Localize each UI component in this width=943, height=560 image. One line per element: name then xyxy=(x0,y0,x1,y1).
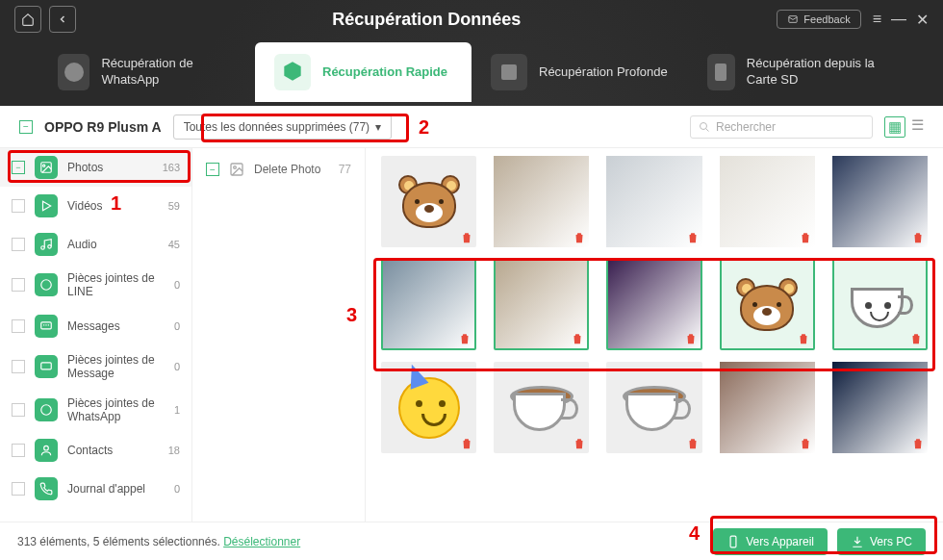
item-checkbox[interactable] xyxy=(12,482,25,496)
thumbnail[interactable] xyxy=(381,362,476,453)
trash-icon xyxy=(799,437,812,450)
svg-marker-7 xyxy=(43,201,51,210)
menu-icon[interactable]: ≡ xyxy=(873,11,881,29)
item-checkbox[interactable] xyxy=(12,319,25,333)
close-icon[interactable]: ✕ xyxy=(916,11,929,29)
call-icon xyxy=(35,477,58,500)
filter-dropdown[interactable]: Toutes les données supprimées (77)▾ xyxy=(173,115,392,140)
thumbnail[interactable] xyxy=(832,362,928,453)
play-icon xyxy=(35,194,58,217)
thumbnail[interactable] xyxy=(381,259,476,350)
feedback-button[interactable]: Feedback xyxy=(777,10,860,29)
grid-row xyxy=(381,156,928,247)
tab-whatsapp[interactable]: Récupération de WhatsApp xyxy=(38,42,255,102)
header-right: Feedback ≡ — ✕ xyxy=(777,10,929,29)
trash-icon xyxy=(799,231,812,244)
sidebar-item-line[interactable]: Pièces jointes de LINE0 xyxy=(0,264,191,307)
thumbnail[interactable] xyxy=(832,259,928,350)
item-checkbox[interactable] xyxy=(12,360,25,373)
contact-icon xyxy=(35,439,58,462)
list-view-icon[interactable]: ☰ xyxy=(911,116,924,138)
grid-view-icon[interactable]: ▦ xyxy=(884,116,905,138)
item-checkbox[interactable] xyxy=(12,278,25,292)
export-device-button[interactable]: Vers Appareil xyxy=(713,528,828,555)
minimize-icon[interactable]: — xyxy=(891,11,906,29)
sidebar-item-contact[interactable]: Contacts18 xyxy=(0,431,191,470)
header-left xyxy=(14,6,76,33)
trash-icon xyxy=(571,332,584,345)
tab-quick[interactable]: Récupération Rapide xyxy=(255,42,472,102)
header-row: Récupération Données Feedback ≡ — ✕ xyxy=(0,0,943,38)
trash-icon xyxy=(573,231,586,244)
search-icon xyxy=(699,121,710,133)
back-button[interactable] xyxy=(49,6,76,33)
quick-icon xyxy=(274,54,311,90)
thumbnail-grid xyxy=(366,148,943,522)
svg-point-14 xyxy=(44,446,49,451)
thumbnail[interactable] xyxy=(606,156,701,247)
svg-point-16 xyxy=(234,166,237,169)
trash-icon xyxy=(911,437,925,450)
home-button[interactable] xyxy=(14,6,41,33)
chevron-down-icon: ▾ xyxy=(375,120,381,134)
footer: 313 éléments, 5 éléments sélectionnés. D… xyxy=(0,522,943,560)
wa-icon xyxy=(35,398,58,421)
sidebar-item-wa[interactable]: Pièces jointes de WhatsApp1 xyxy=(0,389,191,432)
sub-item[interactable]: − Delete Photo 77 xyxy=(200,156,357,183)
thumbnail[interactable] xyxy=(720,259,815,350)
thumbnail[interactable] xyxy=(494,259,589,350)
export-pc-button[interactable]: Vers PC xyxy=(837,528,926,555)
thumbnail[interactable] xyxy=(832,156,928,247)
tab-sd[interactable]: Récupération depuis la Carte SD xyxy=(688,42,905,102)
window-controls: ≡ — ✕ xyxy=(873,11,929,29)
item-checkbox[interactable] xyxy=(12,238,25,251)
trash-icon xyxy=(573,437,586,450)
sidebar-item-music[interactable]: Audio45 xyxy=(0,225,191,264)
thumbnail[interactable] xyxy=(606,259,701,350)
item-checkbox[interactable]: − xyxy=(12,161,25,174)
sidebar-item-image[interactable]: −Photos163 xyxy=(0,148,191,187)
msg-icon xyxy=(35,315,58,338)
svg-rect-2 xyxy=(501,64,517,80)
sidebar-item-call[interactable]: Journal d'appel0 xyxy=(0,470,191,508)
trash-icon xyxy=(686,231,700,244)
thumbnail[interactable] xyxy=(494,156,589,247)
status-text: 313 éléments, 5 éléments sélectionnés. xyxy=(17,535,220,548)
thumbnail[interactable] xyxy=(381,156,476,247)
trash-icon xyxy=(458,332,472,345)
trash-icon xyxy=(911,231,925,244)
select-all-checkbox[interactable]: − xyxy=(19,120,33,134)
download-icon xyxy=(851,535,864,548)
sidebar-item-msg[interactable]: Messages0 xyxy=(0,307,191,345)
msgatt-icon xyxy=(35,355,58,378)
image-icon xyxy=(227,162,246,177)
device-name: OPPO R9 Plusm A xyxy=(44,119,162,135)
sidebar-item-msgatt[interactable]: Pièces jointes de Message0 xyxy=(0,345,191,389)
sub-checkbox[interactable]: − xyxy=(206,163,219,176)
thumbnail[interactable] xyxy=(720,156,815,247)
svg-point-1 xyxy=(64,63,84,82)
grid-row xyxy=(381,259,928,350)
deselect-link[interactable]: Désélectionner xyxy=(223,535,300,548)
app-header: Récupération Données Feedback ≡ — ✕ Récu… xyxy=(0,0,943,106)
annotation-num-2: 2 xyxy=(419,116,429,139)
search-input[interactable]: Rechercher xyxy=(690,115,873,139)
svg-point-10 xyxy=(41,280,52,291)
mail-icon xyxy=(787,14,799,24)
deep-icon xyxy=(491,54,527,90)
item-checkbox[interactable] xyxy=(12,403,25,417)
thumbnail[interactable] xyxy=(606,362,701,453)
annotation-num-3: 3 xyxy=(346,304,357,326)
svg-point-9 xyxy=(48,245,52,249)
thumbnail[interactable] xyxy=(720,362,815,453)
svg-rect-12 xyxy=(41,363,52,369)
svg-point-6 xyxy=(43,165,45,166)
sidebar-item-play[interactable]: Vidéos59 xyxy=(0,187,191,225)
item-checkbox[interactable] xyxy=(12,199,25,213)
item-checkbox[interactable] xyxy=(12,444,25,457)
device-icon xyxy=(726,535,740,548)
grid-row xyxy=(381,362,928,453)
svg-rect-3 xyxy=(715,64,726,81)
tab-deep[interactable]: Récupération Profonde xyxy=(472,42,688,102)
thumbnail[interactable] xyxy=(494,362,589,453)
